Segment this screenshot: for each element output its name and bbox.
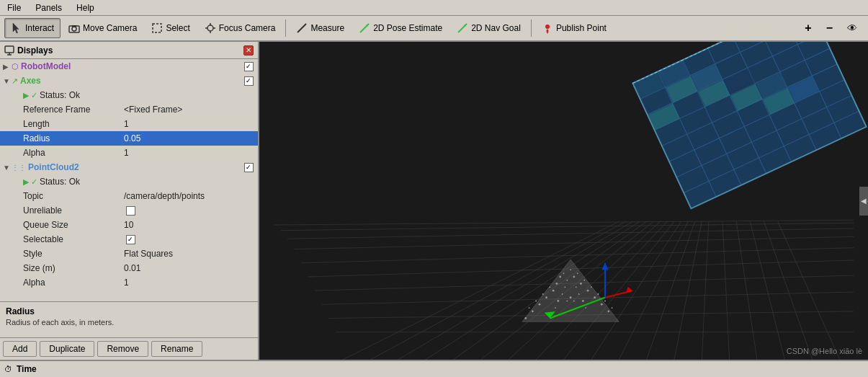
pc-size-row[interactable]: Size (m) 0.01 bbox=[0, 261, 258, 275]
pointcloud-check-icon: ✓ bbox=[244, 163, 254, 172]
pointcloud-label: PointCloud2 bbox=[28, 162, 242, 172]
axes-status-row: ▶ ✓ Status: Ok bbox=[0, 88, 258, 102]
pc-ok-icon: ✓ bbox=[31, 177, 37, 187]
axes-status-label: Status: Ok bbox=[40, 90, 255, 100]
svg-point-5 bbox=[207, 25, 213, 31]
nav-goal-button[interactable]: 2D Nav Goal bbox=[450, 18, 527, 38]
watermark: CSDN @Hello xiāo lè bbox=[787, 347, 862, 355]
unreliable-label: Unreliable bbox=[23, 205, 124, 216]
monitor-icon bbox=[4, 45, 14, 56]
pc-selectable-row[interactable]: Selectable ✓ bbox=[0, 232, 258, 247]
panel-header: Displays ✕ bbox=[0, 42, 258, 59]
svg-point-105 bbox=[612, 307, 613, 309]
pc-topic-row[interactable]: Topic /camera/depth/points bbox=[0, 189, 258, 203]
pin-icon bbox=[542, 22, 553, 34]
pose-icon bbox=[359, 22, 370, 34]
collapse-panel-button[interactable]: ◀ bbox=[859, 187, 868, 216]
add-display-button[interactable]: + bbox=[798, 18, 818, 38]
measure-button[interactable]: Measure bbox=[290, 18, 351, 38]
axes-row[interactable]: ▼ ↗ Axes ✓ bbox=[0, 74, 258, 88]
add-button[interactable]: Add bbox=[3, 341, 37, 357]
queue-size-label: Queue Size bbox=[23, 220, 124, 230]
queue-size-value: 10 bbox=[124, 220, 255, 230]
size-label: Size (m) bbox=[23, 263, 124, 273]
topic-label: Topic bbox=[23, 191, 124, 201]
cursor-icon bbox=[11, 22, 22, 34]
axes-radius-row[interactable]: Radius 0.05 bbox=[0, 131, 258, 146]
menu-panels[interactable]: Panels bbox=[31, 1, 66, 14]
size-value: 0.01 bbox=[124, 263, 255, 273]
menubar: File Panels Help bbox=[0, 0, 868, 16]
pc-queue-row[interactable]: Queue Size 10 bbox=[0, 218, 258, 232]
status-ok-check-icon: ✓ bbox=[31, 91, 37, 100]
selectable-checkbox[interactable]: ✓ bbox=[124, 235, 137, 244]
separator-1 bbox=[285, 19, 286, 37]
axes-label: Axes bbox=[20, 76, 242, 86]
alpha-label: Alpha bbox=[23, 148, 124, 158]
style-label: Style bbox=[23, 249, 124, 259]
radius-value: 0.05 bbox=[124, 133, 255, 143]
visibility-button[interactable]: 👁 bbox=[841, 18, 864, 38]
reference-frame-value: <Fixed Frame> bbox=[124, 105, 255, 115]
unreliable-check-icon bbox=[126, 206, 135, 216]
robot-model-row[interactable]: ▶ ⬡ RobotModel ✓ bbox=[0, 59, 258, 74]
move-camera-button[interactable]: Move Camera bbox=[62, 18, 143, 38]
length-value: 1 bbox=[124, 119, 255, 129]
select-button[interactable]: Select bbox=[145, 18, 196, 38]
pointcloud-icon: ⋮⋮ bbox=[12, 164, 26, 172]
focus-camera-button[interactable]: Focus Camera bbox=[198, 18, 282, 38]
axes-checkbox[interactable]: ✓ bbox=[242, 76, 255, 86]
expand-pointcloud-icon: ▼ bbox=[3, 164, 12, 172]
axes-reference-frame-row[interactable]: Reference Frame <Fixed Frame> bbox=[0, 102, 258, 117]
svg-point-103 bbox=[604, 301, 606, 302]
expand-axes-icon: ▼ bbox=[3, 77, 12, 85]
style-value: Flat Squares bbox=[124, 249, 255, 259]
axes-check-icon: ✓ bbox=[244, 76, 254, 86]
svg-rect-4 bbox=[153, 24, 161, 32]
ruler-icon bbox=[296, 22, 308, 34]
panel-title: Displays bbox=[4, 45, 53, 56]
pose-estimate-button[interactable]: 2D Pose Estimate bbox=[352, 18, 449, 38]
desc-text: Radius of each axis, in meters. bbox=[6, 318, 252, 327]
selectable-check-icon: ✓ bbox=[126, 235, 135, 244]
menu-help[interactable]: Help bbox=[72, 1, 99, 14]
axes-length-row[interactable]: Length 1 bbox=[0, 117, 258, 131]
duplicate-button[interactable]: Duplicate bbox=[40, 341, 94, 357]
unreliable-checkbox[interactable] bbox=[124, 206, 137, 216]
robot-model-checkbox[interactable]: ✓ bbox=[242, 62, 255, 71]
radius-label: Radius bbox=[23, 133, 124, 143]
main-layout: Displays ✕ ▶ ⬡ RobotModel ✓ ▼ ↗ Axes ✓ bbox=[0, 42, 868, 360]
separator-2 bbox=[531, 19, 532, 37]
pc-status-label: Status: Ok bbox=[40, 177, 255, 187]
pc-alpha-label: Alpha bbox=[23, 278, 124, 288]
3d-viewport-canvas bbox=[259, 42, 868, 360]
pointcloud-row[interactable]: ▼ ⋮⋮ PointCloud2 ✓ bbox=[0, 160, 258, 174]
expand-robot-icon: ▶ bbox=[3, 63, 12, 71]
toolbar: Interact Move Camera Select Focus Camera bbox=[0, 16, 868, 42]
pc-style-row[interactable]: Style Flat Squares bbox=[0, 247, 258, 261]
remove-display-button[interactable]: − bbox=[820, 18, 839, 38]
selectable-label: Selectable bbox=[23, 234, 124, 244]
axes-icon: ↗ bbox=[12, 76, 18, 86]
time-icon: ⏱ bbox=[4, 365, 12, 373]
reference-frame-label: Reference Frame bbox=[23, 105, 124, 115]
displays-panel: Displays ✕ ▶ ⬡ RobotModel ✓ ▼ ↗ Axes ✓ bbox=[0, 42, 259, 360]
displays-list: ▶ ⬡ RobotModel ✓ ▼ ↗ Axes ✓ ▶ ✓ bbox=[0, 59, 258, 301]
interact-button[interactable]: Interact bbox=[4, 18, 61, 38]
topic-value: /camera/depth/points bbox=[124, 191, 255, 201]
alpha-value: 1 bbox=[124, 148, 255, 158]
publish-point-button[interactable]: Publish Point bbox=[535, 18, 613, 38]
pc-status-row: ▶ ✓ Status: Ok bbox=[0, 174, 258, 189]
remove-button[interactable]: Remove bbox=[97, 341, 148, 357]
svg-marker-0 bbox=[13, 23, 19, 33]
3d-view[interactable]: ◀ CSDN @Hello xiāo lè bbox=[259, 42, 868, 360]
menu-file[interactable]: File bbox=[3, 1, 25, 14]
close-panel-button[interactable]: ✕ bbox=[243, 45, 254, 56]
pointcloud-checkbox[interactable]: ✓ bbox=[242, 163, 255, 172]
axes-alpha-row[interactable]: Alpha 1 bbox=[0, 146, 258, 160]
rename-button[interactable]: Rename bbox=[151, 341, 202, 357]
pc-unreliable-row[interactable]: Unreliable bbox=[0, 203, 258, 218]
bottom-buttons: Add Duplicate Remove Rename bbox=[0, 337, 258, 360]
pc-alpha-row[interactable]: Alpha 1 bbox=[0, 275, 258, 290]
svg-point-90 bbox=[535, 301, 537, 302]
